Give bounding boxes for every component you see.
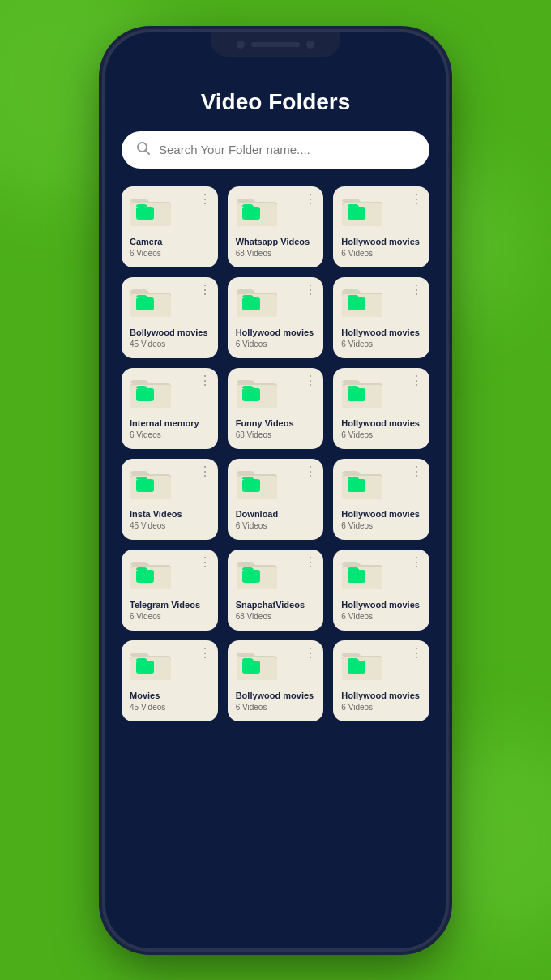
folder-icon: [236, 558, 278, 590]
folder-icon: [236, 285, 278, 318]
search-icon: [136, 141, 151, 159]
svg-rect-40: [136, 570, 154, 583]
svg-line-1: [146, 150, 150, 154]
folder-menu-icon[interactable]: ⋮: [199, 374, 211, 387]
folder-icon: [130, 467, 172, 499]
folder-menu-icon[interactable]: ⋮: [199, 465, 211, 478]
folder-card[interactable]: ⋮ Hollywood movies 6 Videos: [333, 640, 429, 721]
folder-card[interactable]: ⋮ Hollywood movies 6 Videos: [333, 277, 429, 358]
folder-card[interactable]: ⋮ Bollywood movies 45 Videos: [122, 277, 218, 358]
folder-card[interactable]: ⋮ Bollywood movies 6 Videos: [228, 640, 324, 721]
folder-count: 6 Videos: [341, 430, 421, 439]
page-title: Video Folders: [122, 89, 429, 115]
folder-name: Hollywood movies: [341, 327, 421, 338]
folder-name: Download: [236, 509, 316, 520]
folder-card[interactable]: ⋮ Download 6 Videos: [228, 459, 324, 540]
folder-menu-icon[interactable]: ⋮: [304, 465, 317, 478]
folder-name: Whatsapp Videos: [236, 237, 316, 247]
folder-card[interactable]: ⋮ Hollywood movies 6 Videos: [333, 459, 429, 540]
folder-card[interactable]: ⋮ Hollywood movies 6 Videos: [333, 368, 429, 449]
folder-count: 45 Videos: [130, 521, 210, 530]
folder-card[interactable]: ⋮ Movies 45 Videos: [122, 640, 218, 721]
svg-rect-52: [242, 661, 260, 674]
svg-rect-43: [242, 570, 260, 583]
folder-name: Hollywood movies: [341, 691, 421, 701]
folder-name: Hollywood movies: [341, 600, 421, 610]
folder-menu-icon[interactable]: ⋮: [304, 374, 317, 387]
folder-count: 6 Videos: [130, 612, 210, 621]
folder-icon: [341, 376, 383, 409]
folder-icon: [130, 648, 172, 681]
folder-name: Hollywood movies: [341, 418, 421, 429]
folder-name: Internal memory: [130, 418, 210, 429]
folder-menu-icon[interactable]: ⋮: [199, 556, 211, 569]
folder-menu-icon[interactable]: ⋮: [304, 647, 317, 660]
folder-name: Bollywood movies: [130, 327, 210, 338]
folder-count: 6 Videos: [341, 340, 421, 349]
folder-menu-icon[interactable]: ⋮: [410, 556, 423, 569]
folder-menu-icon[interactable]: ⋮: [199, 647, 211, 660]
folder-card[interactable]: ⋮ Telegram Videos 6 Videos: [122, 550, 218, 631]
folder-count: 6 Videos: [341, 612, 421, 621]
folder-menu-icon[interactable]: ⋮: [199, 193, 211, 206]
folder-icon: [341, 467, 383, 499]
folder-icon: [341, 285, 383, 318]
svg-rect-34: [242, 479, 260, 492]
folder-name: Funny Videos: [236, 418, 316, 429]
folder-card[interactable]: ⋮ Insta Videos 45 Videos: [122, 459, 218, 540]
folder-icon: [130, 376, 172, 409]
folder-count: 6 Videos: [341, 521, 421, 530]
folder-count: 6 Videos: [341, 249, 421, 258]
folder-count: 45 Videos: [130, 703, 210, 712]
search-input[interactable]: [159, 143, 415, 156]
folder-count: 68 Videos: [236, 612, 316, 621]
svg-rect-37: [348, 479, 365, 492]
folder-menu-icon[interactable]: ⋮: [410, 465, 423, 478]
folder-count: 6 Videos: [236, 521, 316, 530]
svg-rect-31: [136, 479, 154, 492]
folder-menu-icon[interactable]: ⋮: [199, 284, 211, 297]
folder-card[interactable]: ⋮ Internal memory 6 Videos: [122, 368, 218, 449]
folder-name: Hollywood movies: [341, 509, 421, 520]
folder-count: 6 Videos: [130, 430, 210, 439]
phone-notch: [211, 32, 340, 57]
folder-menu-icon[interactable]: ⋮: [410, 284, 423, 297]
folder-menu-icon[interactable]: ⋮: [410, 647, 423, 660]
svg-rect-16: [242, 297, 260, 310]
folder-name: Telegram Videos: [130, 600, 210, 610]
folder-menu-icon[interactable]: ⋮: [410, 193, 423, 206]
folder-count: 6 Videos: [236, 340, 316, 349]
svg-rect-46: [348, 570, 365, 583]
folder-menu-icon[interactable]: ⋮: [304, 193, 317, 206]
folder-name: SnapchatVideos: [236, 600, 316, 610]
folder-icon: [236, 376, 278, 409]
folder-card[interactable]: ⋮ SnapchatVideos 68 Videos: [228, 550, 324, 631]
folder-icon: [236, 648, 278, 681]
folder-menu-icon[interactable]: ⋮: [304, 284, 317, 297]
folder-count: 68 Videos: [236, 430, 316, 439]
folder-menu-icon[interactable]: ⋮: [304, 556, 317, 569]
folder-icon: [236, 467, 278, 499]
folder-card[interactable]: ⋮ Hollywood movies 6 Videos: [333, 550, 429, 631]
folder-card[interactable]: ⋮ Hollywood movies 6 Videos: [333, 186, 429, 267]
svg-rect-19: [348, 297, 365, 310]
folder-name: Hollywood movies: [341, 237, 421, 247]
folder-name: Bollywood movies: [236, 691, 316, 701]
folder-count: 6 Videos: [236, 703, 316, 712]
folder-card[interactable]: ⋮ Camera 6 Videos: [122, 186, 218, 267]
notch-camera-2: [306, 41, 314, 49]
folders-grid: ⋮ Camera 6 Videos ⋮: [122, 186, 429, 721]
folder-icon: [341, 648, 383, 681]
folder-count: 45 Videos: [130, 340, 210, 349]
folder-count: 6 Videos: [341, 703, 421, 712]
folder-card[interactable]: ⋮ Hollywood movies 6 Videos: [228, 277, 324, 358]
svg-rect-13: [136, 297, 154, 310]
folder-icon: [341, 558, 383, 590]
folder-menu-icon[interactable]: ⋮: [410, 374, 423, 387]
folder-card[interactable]: ⋮ Funny Videos 68 Videos: [228, 368, 324, 449]
folder-icon: [341, 195, 383, 227]
folder-name: Camera: [130, 237, 210, 247]
folder-icon: [130, 285, 172, 318]
folder-card[interactable]: ⋮ Whatsapp Videos 68 Videos: [228, 186, 324, 267]
search-bar[interactable]: [122, 131, 429, 169]
